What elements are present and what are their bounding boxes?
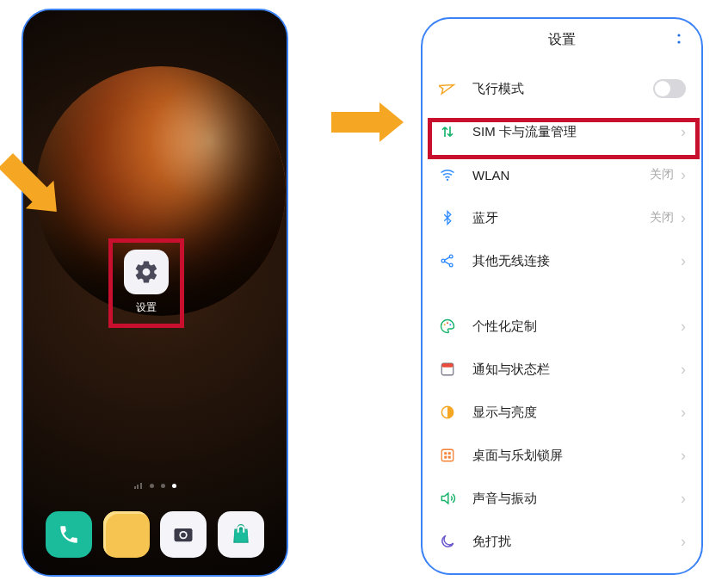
shopping-bag-icon [230,523,252,546]
settings-list: 飞行模式 SIM 卡与流量管理 › WLAN 关闭 › 蓝牙 关闭 › [423,60,701,563]
palette-icon [438,317,457,336]
svg-rect-17 [444,452,447,454]
chevron-right-icon: › [681,361,686,379]
row-label: 个性化定制 [472,318,681,335]
chevron-right-icon: › [681,318,686,336]
chevron-right-icon: › [681,533,686,551]
svg-rect-19 [444,456,447,459]
row-notifications[interactable]: 通知与状态栏 › [423,348,701,391]
chevron-right-icon: › [681,123,686,141]
page-indicator-menu [134,482,143,489]
row-value: 关闭 [650,210,674,226]
page-dot [150,484,154,488]
phone-icon [58,523,80,546]
row-label: 通知与状态栏 [472,361,681,378]
page-indicator [23,482,287,489]
svg-point-10 [444,324,446,325]
page-dot-current [172,484,176,488]
group-separator [423,282,701,305]
svg-point-7 [441,259,445,263]
notification-bar-icon [438,360,457,379]
chevron-right-icon: › [681,252,686,270]
gear-icon [133,259,159,285]
airplane-icon [438,79,457,98]
row-label: 蓝牙 [472,210,650,226]
moon-icon [438,532,457,551]
chevron-right-icon: › [681,490,686,508]
svg-point-6 [447,179,448,181]
dock-messages-app[interactable] [103,511,150,558]
row-desktop-lockscreen[interactable]: 桌面与乐划锁屏 › [423,434,701,477]
grid-icon [438,446,457,465]
data-arrows-icon [438,122,457,141]
row-sim-data[interactable]: SIM 卡与流量管理 › [423,110,701,153]
row-wlan[interactable]: WLAN 关闭 › [423,153,701,196]
svg-point-8 [449,255,453,258]
chevron-right-icon: › [681,404,686,422]
row-label: SIM 卡与流量管理 [472,124,681,140]
svg-point-4 [677,34,680,36]
share-icon [438,251,457,270]
svg-point-9 [449,263,453,267]
svg-rect-14 [441,363,453,368]
row-label: 桌面与乐划锁屏 [472,448,681,464]
wifi-icon [438,165,457,184]
chevron-right-icon: › [681,447,686,465]
row-label: 显示与亮度 [472,405,681,421]
settings-app-icon[interactable] [124,250,169,294]
dock [23,511,287,558]
row-other-wireless[interactable]: 其他无线连接 › [423,239,701,282]
svg-rect-3 [234,530,247,542]
svg-rect-20 [448,456,451,459]
airplane-toggle[interactable] [653,79,686,98]
more-icon[interactable] [672,32,686,49]
svg-rect-16 [441,449,453,461]
page-dot [161,484,165,488]
svg-point-2 [181,533,186,538]
sound-icon [438,489,457,508]
phone-settings-screen: 设置 飞行模式 SIM 卡与流量管理 › WLAN 关闭 › [421,17,703,575]
row-airplane-mode[interactable]: 飞行模式 [423,67,701,110]
svg-rect-18 [448,452,451,454]
row-value: 关闭 [650,167,674,182]
brightness-icon [438,403,457,422]
row-label: 声音与振动 [472,491,681,507]
row-display[interactable]: 显示与亮度 › [423,391,701,434]
settings-app-label: 设置 [124,300,169,315]
svg-point-11 [447,322,448,324]
chevron-right-icon: › [681,166,686,184]
svg-point-12 [449,324,451,325]
dock-camera-app[interactable] [160,511,207,558]
page-title: 设置 [548,31,576,49]
chevron-right-icon: › [681,209,686,227]
row-label: 免打扰 [472,534,681,550]
settings-header: 设置 [423,19,701,60]
camera-icon [171,522,195,547]
row-bluetooth[interactable]: 蓝牙 关闭 › [423,196,701,239]
row-label: 飞行模式 [472,81,653,97]
phone-homescreen: 设置 [22,9,288,577]
svg-point-5 [677,40,680,43]
row-label: 其他无线连接 [472,253,681,269]
bluetooth-icon [438,208,457,227]
dock-appstore-app[interactable] [218,511,264,558]
row-label: WLAN [472,168,650,182]
row-personalization[interactable]: 个性化定制 › [423,305,701,348]
row-sound[interactable]: 声音与振动 › [423,477,701,520]
dock-phone-app[interactable] [46,511,92,558]
row-do-not-disturb[interactable]: 免打扰 › [423,520,701,563]
